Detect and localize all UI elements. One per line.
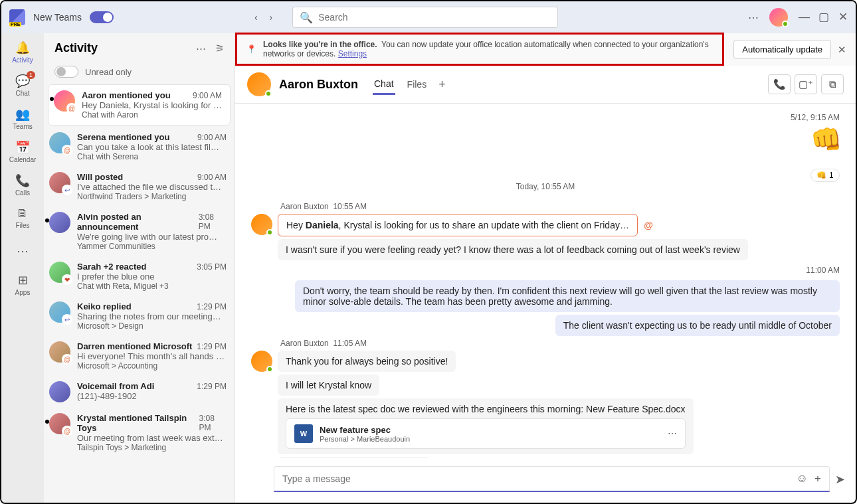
message-avatar [251, 214, 272, 235]
message-avatar [251, 398, 272, 420]
rail-item-chat[interactable]: 💬1Chat [4, 69, 41, 101]
activity-item[interactable]: Alvin posted an announcement 3:08 PM We'… [44, 207, 235, 256]
reaction-count[interactable]: 👊 1 [810, 169, 840, 182]
message-bubble: We haven't had a break in awhile [278, 457, 430, 458]
activity-item[interactable]: @ Aaron mentioned you 9:00 AM Hey Daniel… [48, 84, 231, 126]
rail-item-calls[interactable]: 📞Calls [4, 169, 41, 201]
activity-context: Chat with Serena [77, 152, 227, 161]
avatar: ↩ [49, 301, 70, 323]
presence-icon [266, 229, 273, 236]
audio-call-button[interactable]: 📞 [768, 74, 791, 94]
video-call-button[interactable]: ▢⁺ [795, 74, 817, 94]
banner-settings-link[interactable]: Settings [338, 49, 367, 58]
file-card[interactable]: W New feature specPersonal > MarieBeaudo… [286, 418, 686, 449]
nav-back-icon[interactable]: ‹ [254, 12, 258, 23]
fist-bump-icon[interactable]: 👊 [810, 125, 840, 154]
rail-item-calendar[interactable]: 📅Calendar [4, 135, 41, 167]
close-button[interactable]: ✕ [838, 13, 848, 22]
activity-item[interactable]: ↩ Will posted 9:00 AM I've attached the … [44, 167, 235, 207]
file-path: Personal > MarieBeaudouin [320, 435, 661, 443]
banner-close-icon[interactable]: ✕ [838, 44, 846, 56]
rail-label: Calendar [9, 156, 37, 163]
chat-tabs: Chat Files + [373, 74, 446, 95]
filter-icon[interactable]: ⚞ [215, 42, 224, 54]
message-received[interactable]: Thank you for always being so positive! [251, 351, 840, 372]
rail-item-more[interactable]: ⋯ [4, 235, 41, 267]
add-tab-icon[interactable]: + [438, 78, 446, 92]
send-button[interactable]: ➤ [835, 472, 845, 487]
user-avatar[interactable] [769, 8, 788, 27]
main-content: 📍 Looks like you're in the office. You c… [235, 33, 856, 503]
message-received[interactable]: I wasn't sure if you were feeling ready … [251, 239, 840, 260]
avatar: @ [49, 413, 70, 434]
attach-icon[interactable]: + [814, 472, 821, 485]
unread-toggle[interactable] [54, 66, 78, 78]
activity-item[interactable]: @ Serena mentioned you 9:00 AM Can you t… [44, 127, 235, 167]
activity-badge-icon: @ [62, 426, 72, 436]
rail-label: Files [15, 222, 29, 229]
activity-item[interactable]: @ Krystal mentioned Tailspin Toys 3:08 P… [44, 408, 235, 458]
activity-title: Keiko replied [77, 301, 132, 311]
activity-time: 9:00 AM [197, 133, 227, 142]
message-bubble: The client wasn't expecting us to be rea… [555, 315, 840, 336]
app-label: New Teams [33, 12, 82, 23]
avatar [49, 381, 70, 402]
maximize-button[interactable]: ▢ [818, 13, 828, 22]
presence-icon [782, 21, 789, 27]
search-input[interactable] [318, 12, 551, 23]
activity-badge-icon: ↩ [62, 185, 72, 195]
rail-label: Chat [15, 90, 29, 97]
nav-arrows: ‹ › [254, 12, 272, 23]
activity-item[interactable]: ↩ Keiko replied 1:29 PM Sharing the note… [44, 296, 235, 336]
rail-item-files[interactable]: 🗎Files [4, 202, 41, 234]
rail-label: Calls [15, 189, 30, 197]
tab-chat[interactable]: Chat [373, 74, 395, 95]
compose-input[interactable] [282, 473, 790, 484]
timestamp: 5/12, 9:15 AM [251, 110, 840, 125]
popout-button[interactable]: ⧉ [821, 74, 844, 94]
nav-forward-icon[interactable]: › [270, 12, 273, 23]
chat-avatar[interactable] [247, 72, 271, 96]
auto-update-button[interactable]: Automatically update [733, 40, 831, 59]
activity-preview: I've attached the file we discussed t… [77, 182, 227, 192]
compose-box[interactable]: ☺ + [274, 466, 830, 492]
avatar: @ [49, 132, 70, 153]
activity-context: Microsoft > Design [77, 321, 227, 331]
tab-files[interactable]: Files [406, 75, 428, 94]
more-icon[interactable]: ⋯ [748, 11, 759, 24]
presence-icon [266, 366, 273, 373]
panel-more-icon[interactable]: ⋯ [196, 42, 206, 54]
search-icon: 🔍 [300, 11, 313, 24]
message-avatar [251, 375, 272, 396]
rail-item-teams[interactable]: 👥Teams [4, 102, 41, 134]
message-avatar [251, 351, 272, 372]
activity-item[interactable]: @ Darren mentioned Microsoft 1:29 PM Hi … [44, 336, 235, 376]
minimize-button[interactable]: — [799, 13, 808, 22]
chat-body[interactable]: 5/12, 9:15 AM 👊 👊 1 Today, 10:55 AM Aaro… [235, 104, 856, 458]
message-received[interactable]: We haven't had a break in awhile [251, 457, 840, 458]
message-bubble: Thank you for always being so positive! [278, 351, 456, 372]
activity-context: Chat with Reta, Miguel +3 [77, 282, 227, 291]
file-more-icon[interactable]: ⋯ [668, 428, 677, 439]
emoji-icon[interactable]: ☺ [797, 472, 808, 485]
avatar: ↩ [49, 172, 70, 193]
activity-title: Aaron mentioned you [82, 90, 171, 100]
app-rail: 🔔Activity💬1Chat👥Teams📅Calendar📞Calls🗎Fil… [1, 33, 44, 503]
message-received[interactable]: I will let Krystal know [251, 375, 840, 396]
message-sent[interactable]: Don't worry, the team should be ready by… [251, 280, 840, 312]
rail-item-activity[interactable]: 🔔Activity [4, 36, 41, 68]
searchbar[interactable]: 🔍 [292, 7, 558, 28]
message-bubble: Don't worry, the team should be ready by… [295, 280, 840, 312]
activity-title: Alvin posted an announcement [77, 212, 199, 232]
activity-item[interactable]: Voicemail from Adi 1:29 PM (121)-489-190… [44, 376, 235, 408]
new-teams-toggle[interactable] [90, 11, 114, 23]
rail-item-apps[interactable]: ⊞Apps [4, 268, 41, 300]
avatar [49, 212, 70, 233]
message-received[interactable]: Hey Daniela, Krystal is looking for us t… [251, 214, 840, 236]
activity-item[interactable]: ❤ Sarah +2 reacted 3:05 PM I prefer the … [44, 256, 235, 296]
activity-list[interactable]: @ Aaron mentioned you 9:00 AM Hey Daniel… [44, 83, 235, 503]
message-sent[interactable]: The client wasn't expecting us to be rea… [251, 315, 840, 336]
activity-preview: We're going live with our latest pro… [77, 232, 227, 242]
sender-line: Aaron Buxton 11:05 AM [280, 339, 840, 348]
message-received[interactable]: Here is the latest spec doc we reviewed … [251, 398, 840, 454]
